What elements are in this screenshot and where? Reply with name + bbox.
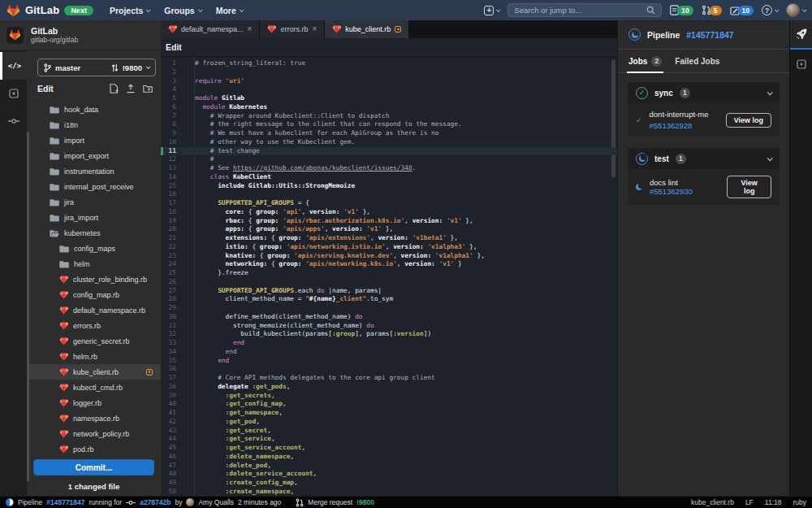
code-line[interactable]: 12 # [161, 155, 617, 164]
code-line[interactable]: 16 [161, 190, 617, 199]
nav-item-projects[interactable]: Projects [110, 6, 149, 15]
user-menu-button[interactable] [786, 3, 806, 17]
nav-item-groups[interactable]: Groups [164, 6, 201, 15]
job-group-header-sync[interactable]: ✓sync1 [628, 82, 780, 103]
code-line[interactable]: 32 build_kubeclient(params[:group], para… [161, 330, 617, 339]
code-line[interactable]: 10 # other way to use the Kubeclient gem… [161, 138, 617, 147]
tree-item-config_map.rb[interactable]: config_map.rb [27, 287, 161, 302]
tree-item-logger.rb[interactable]: logger.rb [27, 395, 161, 410]
tree-item-config_maps[interactable]: config_maps [27, 241, 161, 256]
statusbar-cursor-position[interactable]: 11:18 [765, 498, 782, 506]
tree-item-cluster_role_binding.rb[interactable]: cluster_role_binding.rb [27, 271, 161, 287]
code-line[interactable]: 2 [161, 68, 617, 77]
code-line[interactable]: 44 :get_service, [161, 435, 617, 444]
tree-item-namespace.rb[interactable]: namespace.rb [27, 410, 161, 426]
code-editor[interactable]: 1# frozen_string_literal: true23require … [161, 57, 617, 496]
project-header[interactable]: GitLab gitlab-org/gitlab [0, 20, 161, 50]
tree-item-jira[interactable]: jira [27, 194, 161, 210]
commit-sha-link[interactable]: a278742b [140, 498, 171, 506]
tab-failed-jobs[interactable]: Failed Jobs [675, 50, 719, 72]
statusbar-pipeline-link[interactable]: #145771847 [46, 498, 84, 506]
merge-request-link[interactable]: !9800 [356, 498, 374, 506]
statusbar-line-ending[interactable]: LF [745, 498, 754, 506]
editor-tab-errors-rb[interactable]: errors.rb× [260, 20, 325, 38]
code-line[interactable]: 35 end [161, 357, 617, 366]
code-line[interactable]: 34 end [161, 348, 617, 357]
code-line[interactable]: 43 :get_secret, [161, 427, 617, 436]
help-menu-button[interactable]: ? [762, 5, 778, 15]
view-log-button[interactable]: View log [727, 176, 771, 198]
gitlab-home-link[interactable]: GitLab Next [6, 4, 93, 17]
commit-button[interactable]: Commit... [33, 459, 154, 475]
code-line[interactable]: 37 # Core API methods delegates to the c… [161, 374, 617, 383]
code-line[interactable]: 6 module Kubernetes [161, 103, 617, 112]
close-icon[interactable]: × [312, 25, 317, 33]
code-line[interactable]: 47 :delete_pod, [161, 462, 617, 471]
code-line[interactable]: 41 :get_namespace, [161, 409, 617, 418]
code-line[interactable]: 39 :get_secrets, [161, 392, 617, 401]
pipeline-id-link[interactable]: #145771847 [686, 30, 733, 40]
tab-jobs[interactable]: Jobs2 [628, 50, 662, 72]
code-line[interactable]: 38 delegate :get_pods, [161, 383, 617, 392]
code-line[interactable]: 20 apps: { group: 'apis/apps', version: … [161, 225, 617, 234]
close-icon[interactable]: × [248, 25, 253, 33]
tree-item-import_export[interactable]: import_export [27, 148, 161, 163]
new-file-button[interactable] [110, 84, 119, 93]
job-id-link[interactable]: #551362928 [650, 121, 709, 130]
code-line[interactable]: 11 # test change [161, 147, 617, 156]
tree-item-helm.rb[interactable]: helm.rb [27, 349, 161, 364]
code-line[interactable]: 27 SUPPORTED_API_GROUPS.each do |name, p… [161, 287, 617, 296]
todos-button[interactable]: 10 [730, 6, 754, 15]
tree-item-default_namespace.rb[interactable]: default_namespace.rb [27, 302, 161, 318]
code-line[interactable]: 30 define_method(client_method_name) do [161, 313, 617, 322]
code-line[interactable]: 49 :create_config_map, [161, 479, 617, 488]
editor-mode-tab[interactable]: Edit [166, 42, 182, 52]
code-line[interactable]: 50 :create_namespace, [161, 488, 617, 496]
job-group-header-test[interactable]: test1 [628, 148, 780, 169]
rail-review-mode[interactable] [0, 80, 27, 107]
tree-item-kubernetes[interactable]: kubernetes [27, 225, 161, 241]
code-line[interactable]: 22 istio: { group: 'apis/networking.isti… [161, 243, 617, 252]
code-line[interactable]: 33 end [161, 339, 617, 348]
code-line[interactable]: 3require 'uri' [161, 77, 617, 86]
code-line[interactable]: 45 :get_service_account, [161, 444, 617, 453]
tree-item-internal_post_receive[interactable]: internal_post_receive [27, 179, 161, 194]
code-line[interactable]: 9 # We must have a kubeclient for each A… [161, 129, 617, 138]
code-line[interactable]: 23 knative: { group: 'apis/serving.knati… [161, 252, 617, 261]
tree-item-hook_data[interactable]: hook_data [27, 102, 161, 117]
tree-item-errors.rb[interactable]: errors.rb [27, 318, 161, 333]
code-line[interactable]: 18 core: { group: 'api', version: 'v1' }… [161, 208, 617, 217]
code-line[interactable]: 8 # the right message to the client that… [161, 120, 617, 129]
tree-item-kubectl_cmd.rb[interactable]: kubectl_cmd.rb [27, 380, 161, 395]
tree-item-network_policy.rb[interactable]: network_policy.rb [27, 426, 161, 441]
code-line[interactable]: 40 :get_config_map, [161, 400, 617, 409]
job-id-link[interactable]: #551362930 [650, 187, 693, 196]
new-folder-button[interactable] [143, 85, 153, 93]
tree-item-pod.rb[interactable]: pod.rb [27, 441, 161, 454]
view-log-button[interactable]: View log [726, 113, 771, 128]
code-line[interactable]: 7 # Wrapper around Kubeclient::Client to… [161, 112, 617, 121]
code-line[interactable]: 31 strong_memoize(client_method_name) do [161, 322, 617, 331]
code-line[interactable]: 29 [161, 304, 617, 313]
search-input[interactable] [514, 6, 641, 15]
editor-tab-kube-client-rb[interactable]: kube_client.rb [325, 20, 409, 38]
code-line[interactable]: 17 SUPPORTED_API_GROUPS = { [161, 199, 617, 208]
code-line[interactable]: 28 client_method_name = "#{name}_client"… [161, 295, 617, 304]
code-line[interactable]: 26 [161, 278, 617, 287]
code-line[interactable]: 25 }.freeze [161, 269, 617, 278]
code-line[interactable]: 46 :delete_namespace, [161, 453, 617, 462]
new-menu-button[interactable]: + [484, 6, 499, 15]
code-line[interactable]: 21 extensions: { group: 'apis/extensions… [161, 234, 617, 243]
rail-edit-mode[interactable]: </> [0, 52, 27, 80]
tree-item-instrumentation[interactable]: instrumentation [27, 163, 161, 179]
branch-selector[interactable]: master !9800 [37, 59, 156, 76]
issues-dashboard-button[interactable]: 10 [670, 5, 693, 15]
code-line[interactable]: 5module Gitlab [161, 94, 617, 103]
live-preview-switcher[interactable] [790, 50, 812, 79]
tree-item-import[interactable]: import [27, 132, 161, 148]
code-line[interactable]: 36 [161, 365, 617, 374]
rail-commit-mode[interactable] [0, 107, 27, 135]
code-line[interactable]: 14 class KubeClient [161, 173, 617, 182]
statusbar-language[interactable]: ruby [793, 498, 806, 506]
code-line[interactable]: 24 networking: { group: 'apis/networking… [161, 260, 617, 269]
